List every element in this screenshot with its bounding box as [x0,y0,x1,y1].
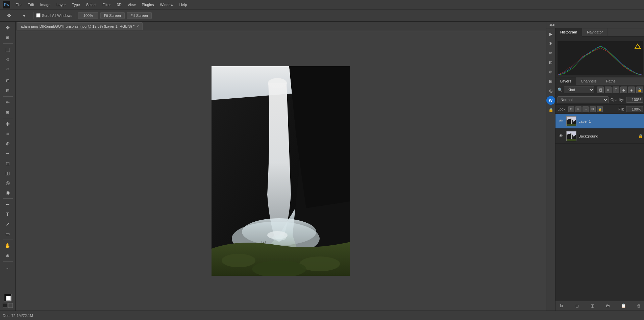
scroll-all-windows-checkbox[interactable]: Scroll All Windows [36,13,72,18]
tab-layers[interactable]: Layers [555,77,576,85]
fill-screen-button[interactable]: Fill Screen [127,12,152,19]
layer-bg-name: Background [578,134,636,138]
move-tool[interactable]: ✥ [1,23,14,32]
filter-type-icon[interactable]: T [613,87,619,93]
panel-3d-tool[interactable]: ⊞ [546,77,555,86]
frame-tool[interactable]: ⊟ [1,86,14,95]
quick-select-tool[interactable]: ⟳ [1,64,14,74]
lock-artboard-icon[interactable]: ⊟ [590,106,596,112]
type-tool[interactable]: T [1,210,14,219]
screen-mode-icon[interactable] [8,303,13,308]
new-group-btn[interactable]: 🗁 [604,302,611,309]
panel-filter-tool[interactable]: ⊕ [546,68,555,76]
pen-tool[interactable]: ✒ [1,200,14,209]
lock-image-icon[interactable]: ✏ [575,106,581,112]
blur-tool[interactable]: ◎ [1,178,14,188]
eraser-tool[interactable]: ◻ [1,158,14,168]
menu-select[interactable]: Select [83,2,99,7]
opacity-value[interactable]: 100% [626,97,643,103]
lasso-tool[interactable]: ⌾ [1,54,14,64]
foreground-color-swatch[interactable] [4,294,11,301]
blend-mode-select[interactable]: Normal [558,96,609,103]
panel-edit-tool[interactable]: ✏ [546,49,555,57]
brush-tool[interactable]: ⌗ [1,129,14,139]
ruler-tool[interactable]: ⊞ [1,107,14,117]
layer-item-1[interactable]: 👁 Layer 1 [555,114,644,129]
add-fill-layer-btn[interactable]: ◫ [589,302,596,309]
filter-shape-icon[interactable]: ◆ [620,87,627,93]
menu-view[interactable]: View [125,2,139,7]
add-adjustment-layer-btn[interactable]: fx [558,302,565,309]
lock-position-icon[interactable]: ↔ [583,106,589,112]
eyedropper-tool[interactable]: ✏ [1,98,14,107]
zoom-tool[interactable]: ⊕ [1,251,14,260]
layer-bg-visibility-toggle[interactable]: 👁 [558,133,564,140]
fit-screen-button[interactable]: Fit Screen [100,12,125,19]
filter-pixel-icon[interactable]: 🖼 [597,87,604,93]
menu-layer[interactable]: Layer [54,2,69,7]
background-color-swatch[interactable] [6,296,11,301]
dodge-tool[interactable]: ◉ [1,188,14,197]
healing-tool[interactable]: ✚ [1,119,14,129]
panel-content: Histogram Navigator [555,28,644,311]
document-tab-bar: adam-jang-DtRbnmbGQYI-unsplash.jpg @ 12.… [16,22,546,31]
menu-plugins[interactable]: Plugins [139,2,156,7]
zoom-level-display[interactable]: 100% [78,12,98,19]
filter-smartobj-icon[interactable]: ◈ [628,87,635,93]
path-select-tool[interactable]: ↗ [1,219,14,229]
tool-sep-6 [3,240,13,240]
tab-paths[interactable]: Paths [601,77,620,85]
menu-filter[interactable]: Filter [100,2,113,7]
svg-rect-11 [263,242,264,243]
lock-all-icon[interactable]: 🔒 [597,106,603,112]
fill-lock-row: Lock: ⊡ ✏ ↔ ⊟ 🔒 Fill: 100% [555,105,644,114]
tab-channels[interactable]: Channels [576,77,601,85]
menu-bar: Ps File Edit Image Layer Type Select Fil… [0,0,644,9]
history-brush-tool[interactable]: ↩ [1,149,14,158]
marquee-tool[interactable]: ⬚ [1,45,14,54]
hand-tool[interactable]: ✋ [1,241,14,250]
tab-navigator[interactable]: Navigator [582,28,608,36]
menu-edit[interactable]: Edit [25,2,37,7]
new-layer-btn[interactable]: 📋 [620,302,627,309]
gradient-tool[interactable]: ◫ [1,168,14,178]
histogram-chart: ! [558,41,643,75]
crop-tool[interactable]: ⊡ [1,76,14,85]
tab-close-button[interactable]: × [137,24,139,29]
menu-window[interactable]: Window [157,2,176,7]
panel-w-icon[interactable]: W [546,96,555,105]
canvas-container[interactable] [16,31,546,311]
layer-filter-select[interactable]: Kind [564,87,594,93]
menu-type[interactable]: Type [69,2,83,7]
shape-tool[interactable]: ▭ [1,229,14,239]
layer-item-bg[interactable]: 👁 Background 🔒 [555,129,644,144]
more-tools-btn[interactable]: … [1,263,14,272]
menu-3d[interactable]: 3D [114,2,124,7]
filter-adjustment-icon[interactable]: ✏ [605,87,612,93]
panel-adjustments-tool[interactable]: ✱ [546,39,555,48]
toolbar-sep-1 [33,12,33,19]
layers-filter-toolbar: 🔍 Kind 🖼 ✏ T ◆ ◈ 🔒 [555,85,644,95]
scroll-all-checkbox-input[interactable] [36,13,41,18]
filter-toggle[interactable]: 🔒 [636,87,643,93]
panel-properties-tool[interactable]: ◎ [546,87,555,95]
tab-histogram[interactable]: Histogram [555,28,582,36]
clone-tool[interactable]: ⊕ [1,139,14,148]
svg-rect-12 [265,241,266,243]
fill-value[interactable]: 100% [626,106,643,112]
layer-1-visibility-toggle[interactable]: 👁 [558,118,564,125]
menu-help[interactable]: Help [177,2,190,7]
document-tab[interactable]: adam-jang-DtRbnmbGQYI-unsplash.jpg @ 12.… [17,22,143,30]
panel-lock-tool[interactable]: 🔒 [546,105,555,114]
lock-transparent-icon[interactable]: ⊡ [568,106,574,112]
menu-image[interactable]: Image [38,2,53,7]
delete-layer-btn[interactable]: 🗑 [636,302,642,309]
menu-file[interactable]: File [13,2,24,7]
add-mask-btn[interactable]: ◻ [574,302,580,309]
toolbar-dropdown-icon[interactable]: ▾ [18,11,30,20]
panel-play-tool[interactable]: ▶ [546,30,555,39]
panel-select-tool[interactable]: ⊡ [546,58,555,67]
artboard-tool[interactable]: ⊞ [1,33,14,42]
quick-mask-icon[interactable] [3,303,7,308]
collapse-arrow-icon[interactable]: ◀◀ [548,22,556,27]
